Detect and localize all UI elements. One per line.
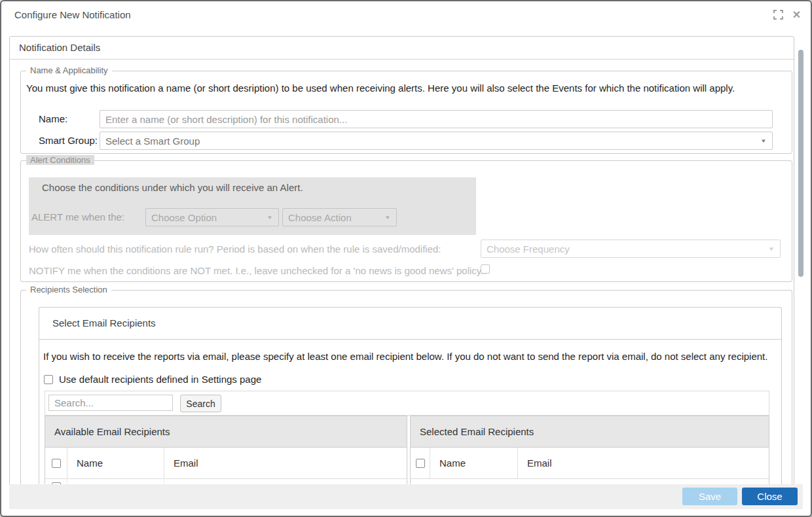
selected-select-all-checkbox[interactable]: [416, 459, 425, 468]
name-column-header: Name: [67, 448, 164, 478]
available-column-header-row: Name Email: [45, 448, 407, 479]
dialog-footer: Save Close: [9, 484, 803, 509]
maximize-icon[interactable]: [773, 9, 784, 20]
choose-option-select[interactable]: Choose Option ▼: [145, 208, 279, 226]
alert-conditions-box: Choose the conditions under which you wi…: [29, 177, 476, 235]
name-applicability-legend: Name & Applicability: [26, 65, 112, 75]
recipients-selection-legend: Recipients Selection: [26, 285, 111, 294]
notify-label: NOTIFY me when the conditions are NOT me…: [29, 265, 487, 276]
available-select-all-checkbox[interactable]: [52, 459, 61, 468]
scrollbar-thumb[interactable]: [798, 50, 803, 277]
close-button[interactable]: Close: [742, 488, 798, 505]
recipients-description: If you wish to receive the reports via e…: [43, 351, 767, 362]
vertical-scrollbar[interactable]: [798, 37, 803, 484]
dialog-title: Configure New Notification: [14, 9, 131, 20]
smart-group-select[interactable]: Select a Smart Group ▼: [100, 132, 773, 150]
close-icon[interactable]: ✕: [791, 9, 802, 20]
alert-when-label: ALERT me when the:: [31, 208, 124, 226]
selected-recipients-table: Selected Email Recipients Name Email: [410, 416, 769, 494]
choose-frequency-select[interactable]: Choose Frequency ▼: [481, 240, 781, 258]
name-applicability-description: You must give this notification a name (…: [26, 82, 735, 94]
save-button[interactable]: Save: [682, 488, 737, 505]
name-column-header: Name: [430, 448, 518, 478]
select-email-recipients-title: Select Email Recipients: [39, 308, 781, 340]
selected-column-header-row: Name Email: [411, 448, 769, 479]
smart-group-value: Select a Smart Group: [105, 135, 200, 147]
smart-group-label: Smart Group:: [39, 132, 98, 150]
alert-conditions-legend: Alert Conditions: [26, 155, 94, 165]
name-input[interactable]: [100, 110, 773, 128]
alert-conditions-intro: Choose the conditions under which you wi…: [42, 182, 303, 193]
notify-checkbox[interactable]: [481, 264, 490, 274]
name-label: Name:: [39, 110, 67, 128]
configure-notification-dialog: Configure New Notification ✕ Notificatio…: [0, 0, 812, 517]
choose-frequency-value: Choose Frequency: [487, 243, 570, 255]
alert-conditions-fieldset: Alert Conditions Choose the conditions u…: [20, 160, 792, 282]
recipients-search-toolbar: Search: [45, 391, 769, 416]
recipients-selection-fieldset: Recipients Selection Select Email Recipi…: [20, 290, 792, 494]
use-default-recipients-label: Use default recipients defined in Settin…: [59, 374, 261, 385]
name-applicability-fieldset: Name & Applicability You must give this …: [20, 71, 792, 154]
notification-details-panel: Notification Details Name & Applicabilit…: [9, 36, 794, 494]
search-button[interactable]: Search: [180, 395, 221, 412]
panel-title: Notification Details: [10, 37, 794, 60]
select-all-cell: [411, 448, 430, 478]
frequency-label: How often should this notification rule …: [29, 243, 441, 255]
chevron-down-icon: ▼: [760, 138, 767, 144]
use-default-recipients-row: Use default recipients defined in Settin…: [44, 374, 261, 385]
available-recipients-table: Available Email Recipients Name Email us…: [45, 416, 407, 494]
selected-recipients-title: Selected Email Recipients: [411, 416, 769, 448]
use-default-recipients-checkbox[interactable]: [44, 375, 53, 384]
choose-action-value: Choose Action: [288, 212, 352, 223]
select-email-recipients-panel: Select Email Recipients If you wish to r…: [39, 307, 782, 494]
email-column-header: Email: [518, 448, 769, 478]
chevron-down-icon: ▼: [768, 246, 775, 252]
email-column-header: Email: [164, 448, 407, 478]
chevron-down-icon: ▼: [267, 215, 273, 221]
choose-option-value: Choose Option: [151, 212, 217, 223]
available-recipients-title: Available Email Recipients: [45, 416, 407, 448]
select-all-cell: [45, 448, 67, 478]
window-controls: ✕: [773, 9, 802, 20]
search-input[interactable]: [48, 395, 173, 411]
chevron-down-icon: ▼: [384, 215, 391, 221]
choose-action-select[interactable]: Choose Action ▼: [282, 208, 397, 226]
